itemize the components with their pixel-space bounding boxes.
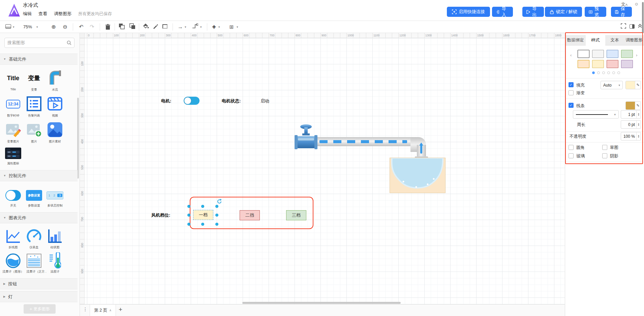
opacity-input[interactable]: 100 % ▲▼	[621, 132, 641, 140]
shadow-checkbox[interactable]	[602, 153, 607, 158]
shape-variable[interactable]: 变量	[24, 71, 44, 85]
gear-one-button[interactable]: 一档	[193, 210, 213, 220]
swatch-page-dot[interactable]	[592, 71, 595, 74]
fullscreen-icon[interactable]	[621, 23, 626, 31]
page-tab[interactable]: 第 2 页 ∧	[90, 305, 116, 316]
rounded-checkbox[interactable]	[569, 145, 574, 150]
zoom-out-icon[interactable]: ⊖	[62, 23, 68, 31]
shape-gauge[interactable]	[24, 228, 44, 245]
motor-status-label[interactable]: 电机状态:	[222, 98, 241, 104]
swatch-page-dot[interactable]	[617, 71, 620, 74]
line-color-button[interactable]: ✎	[625, 101, 641, 110]
more-shapes-button[interactable]: + 更多图形	[24, 304, 56, 314]
style-swatch[interactable]	[607, 60, 618, 68]
menu-adjust-shape[interactable]: 调整图形	[54, 11, 71, 17]
style-swatch[interactable]	[621, 60, 633, 68]
style-swatch[interactable]	[578, 60, 589, 68]
perimeter-input[interactable]: 0 pt ▲▼	[621, 120, 641, 129]
valve[interactable]	[294, 123, 319, 150]
line-color-icon[interactable]	[152, 23, 158, 31]
shape-line-chart[interactable]	[3, 229, 23, 244]
selection-handle[interactable]	[215, 205, 218, 208]
section-basic-elements[interactable]: ▼ 基础元件	[0, 54, 78, 65]
fill-color-icon[interactable]	[143, 23, 149, 31]
canvas[interactable]	[85, 38, 565, 304]
redo-icon[interactable]: ↷	[89, 23, 95, 31]
fill-checkbox[interactable]: ✓	[569, 82, 574, 87]
style-swatch[interactable]	[592, 60, 604, 68]
shape-video[interactable]	[45, 96, 65, 112]
shape-bar-chart[interactable]	[45, 228, 65, 244]
selection-handle[interactable]	[187, 223, 190, 226]
page-list-icon[interactable]: ⋮	[83, 307, 88, 312]
style-swatch[interactable]	[592, 50, 604, 58]
import-button[interactable]: 导入	[492, 7, 513, 17]
shape-image-gallery[interactable]	[45, 121, 65, 138]
zoom-level-caret[interactable]: ▾	[36, 23, 38, 31]
document-title[interactable]: 水冷式	[23, 2, 38, 8]
connector-style-icon[interactable]	[192, 23, 198, 31]
shape-image[interactable]	[24, 122, 44, 138]
sidebar-scrollbar[interactable]	[77, 98, 79, 179]
swatch-page-dot[interactable]	[602, 71, 605, 74]
rotate-handle-icon[interactable]	[217, 199, 222, 204]
connector-style-caret[interactable]: ▾	[200, 23, 202, 31]
export-button[interactable]: 导出	[522, 7, 544, 17]
gear-two-button[interactable]: 二挡	[240, 210, 260, 220]
shape-switch[interactable]	[3, 189, 23, 201]
shape-multistate-control[interactable]: 1 2 3	[45, 191, 65, 200]
swatch-page-dot[interactable]	[612, 71, 615, 74]
stepper-arrows[interactable]: ▲▼	[636, 132, 641, 140]
selection-handle[interactable]	[187, 205, 190, 208]
shape-title[interactable]: Title	[3, 71, 23, 85]
tab-text[interactable]: 文本	[605, 35, 624, 45]
motor-status-value[interactable]: 启动	[260, 98, 269, 104]
swatch-page-dot[interactable]	[607, 71, 610, 74]
theme-toggle-icon[interactable]: ☼	[634, 1, 639, 6]
selection-handle[interactable]	[201, 205, 204, 208]
collapse-toolbar-icon[interactable]	[638, 23, 642, 31]
selection-handle[interactable]	[215, 214, 218, 217]
add-page-button[interactable]: +	[119, 306, 122, 313]
glass-checkbox[interactable]	[569, 153, 574, 158]
insert-icon[interactable]: +	[211, 23, 217, 31]
line-style-select[interactable]: ▾	[573, 110, 619, 119]
fill-color-button[interactable]: ✎	[625, 81, 641, 89]
lock-unlock-button[interactable]: 锁定 / 解锁	[545, 7, 582, 17]
line-checkbox[interactable]: ✓	[569, 103, 574, 108]
shape-variable-image[interactable]	[3, 122, 23, 138]
stepper-arrows[interactable]: ▲▼	[636, 121, 641, 128]
app-logo[interactable]	[8, 3, 20, 17]
shape-waterflow[interactable]	[45, 69, 65, 86]
fan-gear-label[interactable]: 风机档位:	[151, 212, 170, 218]
fill-mode-select[interactable]: Auto▾	[601, 81, 623, 89]
table-icon[interactable]: ⊞	[228, 23, 235, 31]
shape-flowmeter-circle[interactable]	[3, 253, 23, 269]
arrow-style-caret[interactable]: ▾	[185, 23, 186, 31]
stepper-arrows[interactable]: ▲▼	[636, 110, 641, 118]
bring-forward-icon[interactable]	[119, 23, 125, 31]
shape-outline-icon[interactable]	[162, 23, 167, 31]
view-options-caret[interactable]: ▾	[13, 23, 14, 31]
zoom-in-icon[interactable]: ⊕	[51, 23, 57, 31]
motor-toggle[interactable]	[184, 97, 200, 105]
delete-icon[interactable]	[105, 23, 111, 31]
enable-quick-connect-button[interactable]: 启用快捷连接	[447, 7, 490, 17]
style-swatch[interactable]	[621, 50, 633, 58]
water-container[interactable]	[390, 158, 446, 193]
undo-icon[interactable]: ↶	[78, 23, 84, 31]
tab-data-binding[interactable]: 数据绑定	[565, 35, 586, 45]
gear-three-button[interactable]: 三档	[286, 210, 306, 220]
shape-param-settings[interactable]: 参数设置	[24, 189, 44, 201]
section-control-elements[interactable]: ▼ 控制元件	[0, 170, 78, 181]
section-lights[interactable]: ▶ 灯	[0, 291, 78, 302]
section-chart-elements[interactable]: ▼ 图表元件	[0, 212, 78, 223]
motor-label[interactable]: 电机:	[161, 98, 171, 104]
insert-caret[interactable]: ▾	[218, 23, 220, 31]
tab-style[interactable]: 样式	[586, 35, 605, 45]
sketch-checkbox[interactable]	[602, 145, 607, 150]
menu-edit[interactable]: 编辑	[23, 11, 32, 17]
arrow-style-icon[interactable]: →	[177, 23, 184, 31]
swatch-next-icon[interactable]: ›	[636, 53, 637, 58]
view-options-icon[interactable]	[5, 23, 11, 31]
